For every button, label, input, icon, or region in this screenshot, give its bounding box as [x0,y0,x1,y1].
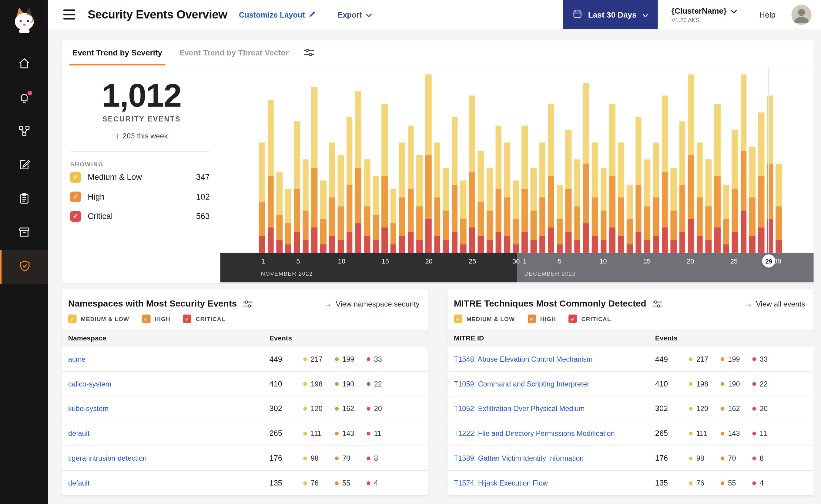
namespace-link[interactable]: kube-system [68,405,270,413]
chart-bar-day[interactable] [548,104,554,253]
chart-bar-day[interactable] [776,164,782,253]
card-filter-critical[interactable]: ✓CRITICAL [569,315,611,323]
chart-bar-day[interactable] [706,159,712,253]
chart-bar-day[interactable] [627,185,633,253]
chart-bar-day[interactable] [443,168,449,253]
card-filter-high[interactable]: ✓HIGH [142,315,170,323]
checkbox-critical[interactable]: ✓ [183,315,191,323]
chart-settings-icon[interactable] [304,48,314,57]
chart-bar-day[interactable] [618,142,624,253]
chart-bar-day[interactable] [320,181,326,253]
mitre-settings-icon[interactable] [653,300,662,308]
chart-bar-day[interactable] [583,83,589,253]
sidebar-item-alerts[interactable] [0,81,48,115]
sidebar-item-reports[interactable] [0,183,48,217]
chart-bar-day[interactable] [277,172,283,253]
severity-filter-critical[interactable]: ✓Critical563 [70,207,210,226]
chart-bar-day[interactable] [425,75,431,253]
chart-bar-day[interactable] [294,121,300,253]
tab-event-trend-by-threat-vector[interactable]: Event Trend by Threat Vector [171,40,297,65]
chart-bar-day[interactable] [574,159,580,253]
severity-filter-high[interactable]: ✓High102 [70,187,210,206]
chart-bar-day[interactable] [557,185,563,253]
mitre-id-link[interactable]: T1589: Gather Victim Identity Informatio… [454,454,655,462]
chart-bar-day[interactable] [539,142,545,253]
severity-filter-medium[interactable]: ✓Medium & Low347 [70,167,210,187]
sidebar-item-security-events[interactable] [0,250,48,284]
chart-bar-day[interactable] [408,125,414,253]
help-link[interactable]: Help [759,10,776,19]
chart-bar-day[interactable] [644,159,650,253]
namespace-link[interactable]: default [68,479,270,487]
calico-cat-logo[interactable] [9,4,39,36]
chart-bar-day[interactable] [390,189,396,253]
chart-bar-day[interactable] [381,104,387,253]
mitre-id-link[interactable]: T1059: Command and Scripting Interpreter [454,380,655,388]
sidebar-item-compliance[interactable] [0,149,48,183]
namespace-link[interactable]: acme [68,355,270,363]
chart-bar-day[interactable] [680,121,686,253]
chart-bar-day[interactable] [417,155,423,253]
chart-bar-day[interactable] [399,142,405,253]
checkbox-medium[interactable]: ✓ [68,315,77,323]
chart-bar-day[interactable] [714,104,720,253]
selected-day-marker[interactable]: 29 [762,254,776,268]
card-filter-high[interactable]: ✓HIGH [527,315,556,323]
chart-bar-day[interactable] [609,104,615,253]
chart-bar-day[interactable] [285,189,291,253]
chart-bar-day[interactable] [522,125,528,253]
mitre-id-link[interactable]: T1222: File and Directory Permissions Mo… [454,429,655,437]
chart-bar-day[interactable] [565,130,571,253]
card-filter-critical[interactable]: ✓CRITICAL [183,315,226,323]
checkbox-critical[interactable]: ✓ [569,315,577,323]
sidebar-item-service-graph[interactable] [0,115,48,149]
chart-bar-day[interactable] [513,181,519,253]
chart-bar-day[interactable] [460,181,466,253]
namespace-link[interactable]: calico-system [68,380,270,388]
namespaces-settings-icon[interactable] [243,300,253,308]
chart-bar-day[interactable] [487,168,493,253]
mitre-id-link[interactable]: T1052: Exfiltration Over Physical Medium [454,405,655,413]
hamburger-menu-button[interactable] [63,9,75,19]
chart-bar-day[interactable] [311,87,318,253]
chart-bar-day[interactable] [495,125,501,253]
checkbox-medium[interactable]: ✓ [454,315,462,323]
chart-bar-day[interactable] [592,142,598,253]
chart-bar-day[interactable] [268,100,274,253]
user-avatar[interactable] [791,5,811,25]
chart-bar-day[interactable] [338,155,344,253]
view-all-events-link[interactable]: → View all events [745,300,805,308]
export-button[interactable]: Export [338,10,372,19]
cluster-selector[interactable]: {ClusterName} V1.26 AKS [672,6,737,23]
chart-bar-day[interactable] [750,147,756,253]
view-namespace-security-link[interactable]: → View namespace security [325,300,420,308]
chart-bar-day[interactable] [671,168,677,253]
namespace-link[interactable]: tigera-intrusion-detection [68,454,270,462]
card-filter-medium[interactable]: ✓MEDIUM & LOW [454,315,515,323]
chart-bar-day[interactable] [732,130,738,253]
chart-bar-day[interactable] [530,168,536,253]
chart-bar-day[interactable] [688,75,694,253]
checkbox-medium[interactable]: ✓ [70,172,81,182]
chart-bar-day[interactable] [478,151,484,253]
chart-bar-day[interactable] [741,75,747,253]
checkbox-high[interactable]: ✓ [70,191,81,202]
mitre-id-link[interactable]: T1574: Hijack Execution Flow [454,479,655,487]
checkbox-critical[interactable]: ✓ [70,211,81,221]
card-filter-medium[interactable]: ✓MEDIUM & LOW [68,315,129,323]
chart-bar-day[interactable] [373,176,379,253]
chart-bar-day[interactable] [662,96,668,253]
sidebar-item-home[interactable] [0,48,48,81]
namespace-link[interactable]: default [68,429,270,437]
chart-bar-day[interactable] [355,91,361,253]
chart-bar-day[interactable] [329,142,335,253]
chart-bar-day[interactable] [347,117,353,253]
chart-bar-day[interactable] [697,142,703,253]
date-range-button[interactable]: Last 30 Days [563,0,658,29]
checkbox-high[interactable]: ✓ [527,315,536,323]
chart-bar-day[interactable] [600,168,606,253]
chart-bar-day[interactable] [636,117,642,253]
sidebar-item-workloads[interactable] [0,216,48,250]
mitre-id-link[interactable]: T1548: Abuse Elevation Control Mechanism [454,355,655,363]
chart-bar-day[interactable] [259,142,265,253]
